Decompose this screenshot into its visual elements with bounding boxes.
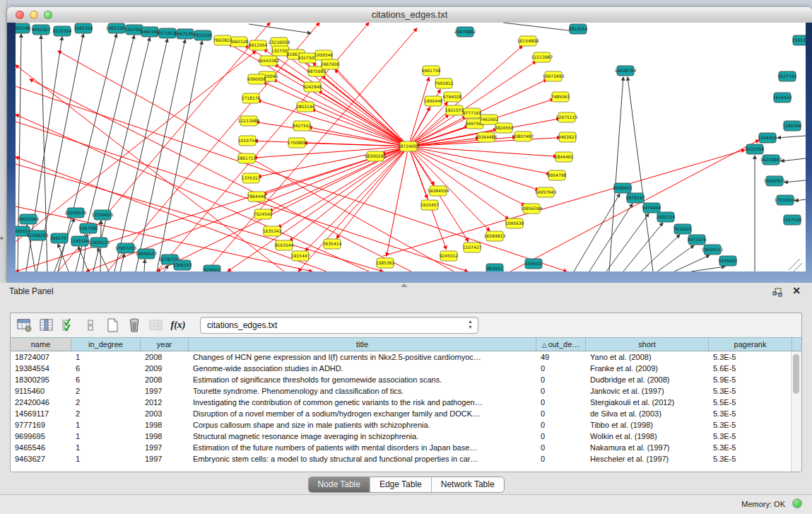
graph-node[interactable]: 17359026 [92, 210, 114, 220]
network-canvas[interactable]: 1872400723226058132750516543382891295486… [16, 23, 806, 271]
column-header-title[interactable]: title [189, 338, 536, 351]
graph-node[interactable]: 1990448 [424, 96, 443, 106]
graph-node[interactable]: 12905115 [88, 238, 110, 247]
graph-node[interactable]: 17016504 [775, 195, 796, 205]
graph-node[interactable]: 9127743 [778, 71, 797, 81]
graph-node[interactable]: 1010754 [238, 136, 257, 146]
close-panel-icon[interactable]: ✕ [792, 285, 801, 296]
graph-node[interactable]: 16584813 [484, 231, 506, 241]
graph-node[interactable]: 1635343 [263, 226, 282, 236]
new-column-icon[interactable] [104, 317, 121, 333]
graph-node[interactable]: 17957255 [115, 243, 137, 253]
graph-node[interactable]: 6794028 [443, 92, 462, 102]
table-row[interactable]: 1830029562008Estimation of significance … [11, 374, 801, 385]
graph-node[interactable]: 2967600 [321, 59, 340, 69]
graph-node[interactable]: 2935114 [657, 212, 676, 222]
table-row[interactable]: 946554611997Estimation of the future num… [11, 442, 801, 453]
graph-node[interactable]: 8660128 [230, 37, 249, 47]
column-header-pagerank[interactable]: pagerank [709, 338, 792, 351]
graph-node[interactable]: 14957943 [535, 187, 557, 197]
graph-node[interactable]: 10654112 [702, 245, 724, 255]
graph-node[interactable]: 8215358 [746, 144, 765, 154]
column-header-year[interactable]: year [141, 338, 189, 351]
graph-node[interactable]: 1624433 [773, 93, 792, 103]
graph-node[interactable]: 7524542 [254, 209, 273, 219]
graph-node[interactable]: 1160396 [783, 121, 802, 131]
memory-status-indicator[interactable] [792, 498, 802, 508]
graph-node[interactable]: 8954798 [548, 170, 567, 180]
graph-node[interactable]: 104503 [525, 259, 542, 269]
graph-node[interactable]: 1959546 [314, 50, 334, 60]
graph-node[interactable]: 6961758 [422, 66, 441, 76]
table-row[interactable]: 2242004622012Investigating the contribut… [11, 397, 801, 408]
graph-node[interactable]: 29053346 [18, 214, 40, 224]
graph-node[interactable]: 1107427 [463, 243, 482, 252]
graph-node[interactable]: 924501 [204, 265, 220, 271]
table-vertical-scrollbar[interactable] [791, 351, 801, 472]
network-window-titlebar[interactable]: citations_edges.txt [7, 7, 812, 23]
graph-node[interactable]: 1700809 [288, 138, 307, 148]
table-selector-dropdown[interactable]: citations_edges.txt ▲▼ [200, 317, 478, 334]
graph-node[interactable]: 9463627 [558, 132, 577, 142]
graph-node[interactable]: 12975115 [556, 112, 578, 122]
tab-network-table[interactable]: Network Table [431, 477, 504, 492]
graph-node[interactable]: 6879197 [626, 193, 645, 203]
graph-node[interactable]: 18724007 [398, 141, 420, 151]
graph-node[interactable]: 983051 [486, 264, 503, 271]
graph-node[interactable]: 16210643 [760, 155, 782, 165]
function-builder-icon[interactable]: f(x) [170, 317, 187, 333]
table-row[interactable]: 946362711997Embryonic stem cells: a mode… [11, 453, 801, 465]
panel-expand-arrow-icon[interactable]: ▸ [1, 235, 4, 241]
graph-node[interactable]: 1065328 [74, 23, 93, 33]
graph-node[interactable]: 7462662 [480, 115, 499, 124]
graph-node[interactable]: 3942757 [50, 233, 69, 243]
graph-node[interactable]: 11568293 [27, 230, 49, 240]
tab-node-table[interactable]: Node Table [308, 477, 370, 492]
graph-node[interactable]: 3824554 [495, 123, 514, 133]
graph-node[interactable]: 9390658 [247, 74, 266, 84]
graph-node[interactable]: 1107530 [783, 215, 802, 225]
graph-node[interactable]: 8813054 [569, 24, 588, 34]
graph-node[interactable]: 10973493 [543, 71, 565, 81]
table-mode-icon[interactable] [16, 317, 33, 333]
graph-node[interactable]: 16543382 [258, 56, 280, 66]
graph-node[interactable]: 12213989 [238, 116, 260, 126]
split-pane-handle[interactable] [401, 284, 408, 287]
table-row[interactable]: 1456911722003Disruption of a novel membe… [11, 408, 801, 419]
graph-node[interactable]: 10807487 [512, 132, 534, 141]
graph-node[interactable]: 8912954 [249, 40, 268, 50]
graph-node[interactable]: 16154808 [517, 36, 539, 46]
graph-node[interactable]: 1145194 [71, 236, 90, 246]
graph-node[interactable]: 9055327 [32, 25, 51, 35]
graph-node[interactable]: 16648784 [615, 66, 637, 76]
graph-node[interactable]: 1915457 [420, 200, 440, 210]
graph-node[interactable]: 20364486 [476, 132, 498, 142]
float-panel-icon[interactable] [772, 287, 782, 296]
graph-node[interactable]: 2861711 [237, 153, 257, 163]
graph-node[interactable]: 1921072 [445, 105, 464, 115]
graph-node[interactable]: 15692971 [764, 176, 786, 186]
table-row[interactable]: 969969511998Structural magnetic resonanc… [11, 431, 801, 442]
graph-node[interactable]: 1376317 [242, 173, 261, 183]
graph-node[interactable]: 7663822 [213, 35, 233, 45]
graph-node[interactable]: 2803144 [296, 102, 315, 112]
graph-node[interactable]: 7635414 [323, 239, 342, 249]
graph-node[interactable]: 1591306 [792, 35, 806, 45]
graph-node[interactable]: 7955812 [435, 78, 454, 88]
graph-node[interactable]: 10958107 [136, 249, 158, 259]
graph-node[interactable]: 2303186 [16, 23, 31, 33]
graph-node[interactable]: 8131054 [53, 26, 72, 36]
column-chooser-icon[interactable] [38, 317, 55, 333]
graph-node[interactable]: 7485063 [551, 92, 570, 102]
column-header-name[interactable]: name [11, 338, 71, 351]
graph-node[interactable]: 20206536 [65, 208, 87, 218]
graph-node[interactable]: 19384554 [428, 186, 449, 196]
column-header-out_de[interactable]: △out_de… [536, 338, 586, 351]
tab-edge-table[interactable]: Edge Table [370, 477, 431, 492]
graph-node[interactable]: 1844461 [555, 152, 574, 162]
graph-node[interactable]: 7632621 [673, 224, 693, 234]
delete-column-icon[interactable] [126, 317, 143, 333]
graph-node[interactable]: 9242848 [303, 82, 322, 92]
column-header-in_degree[interactable]: in_degree [71, 338, 141, 351]
graph-node[interactable]: 9777169 [463, 108, 482, 118]
